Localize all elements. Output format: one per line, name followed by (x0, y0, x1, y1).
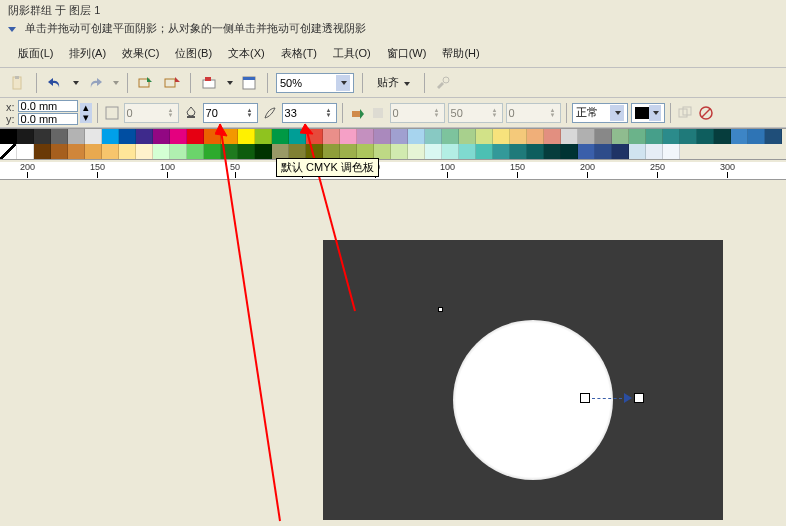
zoom-select[interactable]: 50% (276, 73, 354, 93)
color-swatch[interactable] (68, 144, 85, 159)
spinner-down-icon[interactable]: ▾ (80, 113, 92, 123)
color-swatch[interactable] (0, 129, 17, 144)
color-swatch[interactable] (527, 144, 544, 159)
app-launcher-dropdown[interactable] (227, 81, 233, 85)
color-swatch[interactable] (493, 129, 510, 144)
x-input[interactable]: 0.0 mm (18, 100, 78, 112)
mode-dropdown-icon[interactable] (610, 105, 624, 121)
color-swatch[interactable] (629, 144, 646, 159)
color-swatch[interactable] (561, 129, 578, 144)
color-swatch[interactable] (629, 129, 646, 144)
menu-effects[interactable]: 效果(C) (116, 44, 165, 63)
color-swatch[interactable] (102, 144, 119, 159)
color-swatch[interactable] (442, 129, 459, 144)
color-swatch[interactable] (68, 129, 85, 144)
undo-dropdown[interactable] (73, 81, 79, 85)
color-swatch[interactable] (51, 144, 68, 159)
color-swatch[interactable] (170, 129, 187, 144)
app-launcher-icon[interactable] (199, 73, 219, 93)
color-swatch[interactable] (391, 144, 408, 159)
color-swatch[interactable] (136, 144, 153, 159)
shadow-drag-handle[interactable] (580, 393, 644, 403)
menu-window[interactable]: 窗口(W) (381, 44, 433, 63)
color-swatch[interactable] (510, 144, 527, 159)
color-swatch[interactable] (544, 129, 561, 144)
color-swatch[interactable] (85, 144, 102, 159)
handle-start-icon[interactable] (580, 393, 590, 403)
color-swatch[interactable] (646, 144, 663, 159)
color-swatch[interactable] (425, 129, 442, 144)
canvas-artboard[interactable] (323, 240, 723, 520)
color-swatch[interactable] (595, 129, 612, 144)
color-swatch[interactable] (476, 129, 493, 144)
color-swatch[interactable] (187, 144, 204, 159)
y-input[interactable]: 0.0 mm (18, 113, 78, 125)
redo-dropdown[interactable] (113, 81, 119, 85)
menu-table[interactable]: 表格(T) (275, 44, 323, 63)
zoom-dropdown-icon[interactable] (336, 75, 350, 91)
color-swatch[interactable] (85, 129, 102, 144)
handle-end-icon[interactable] (634, 393, 644, 403)
color-swatch[interactable] (578, 144, 595, 159)
no-fill-swatch[interactable] (0, 144, 17, 159)
color-swatch[interactable] (34, 129, 51, 144)
color-swatch[interactable] (612, 144, 629, 159)
menu-bitmap[interactable]: 位图(B) (169, 44, 218, 63)
color-swatch[interactable] (578, 129, 595, 144)
color-swatch[interactable] (646, 129, 663, 144)
menu-help[interactable]: 帮助(H) (436, 44, 485, 63)
color-swatch[interactable] (476, 144, 493, 159)
preset-icon[interactable] (103, 103, 121, 123)
menu-layout[interactable]: 版面(L) (12, 44, 59, 63)
color-swatch[interactable] (425, 144, 442, 159)
color-swatch[interactable] (544, 144, 561, 159)
selection-handle[interactable] (438, 307, 443, 312)
merge-mode-select[interactable]: 正常 (572, 103, 628, 123)
color-swatch[interactable] (187, 129, 204, 144)
color-swatch[interactable] (663, 129, 680, 144)
color-swatch[interactable] (527, 129, 544, 144)
color-swatch[interactable] (170, 144, 187, 159)
angle-input[interactable]: 0 ▲▼ (124, 103, 179, 123)
color-swatch[interactable] (136, 129, 153, 144)
handle-arrow-icon[interactable] (624, 393, 632, 403)
import-icon[interactable] (136, 73, 156, 93)
color-swatch[interactable] (459, 144, 476, 159)
color-swatch[interactable] (510, 129, 527, 144)
color-swatch[interactable] (748, 129, 765, 144)
menu-text[interactable]: 文本(X) (222, 44, 271, 63)
color-swatch[interactable] (408, 144, 425, 159)
color-swatch[interactable] (34, 144, 51, 159)
export-icon[interactable] (162, 73, 182, 93)
color-swatch[interactable] (680, 129, 697, 144)
menu-tools[interactable]: 工具(O) (327, 44, 377, 63)
color-swatch[interactable] (153, 144, 170, 159)
color-swatch[interactable] (119, 144, 136, 159)
undo-button[interactable] (45, 73, 65, 93)
redo-button[interactable] (85, 73, 105, 93)
color-swatch[interactable] (119, 129, 136, 144)
color-swatch[interactable] (17, 129, 34, 144)
color-swatch[interactable] (493, 144, 510, 159)
color-swatch[interactable] (731, 129, 748, 144)
color-swatch[interactable] (408, 129, 425, 144)
menu-arrange[interactable]: 排列(A) (63, 44, 112, 63)
color-swatch[interactable] (459, 129, 476, 144)
color-swatch[interactable] (153, 129, 170, 144)
welcome-icon[interactable] (239, 73, 259, 93)
color-swatch[interactable] (442, 144, 459, 159)
color-dropdown-icon[interactable] (649, 105, 661, 121)
clear-shadow-icon[interactable] (697, 103, 715, 123)
color-swatch[interactable] (102, 129, 119, 144)
color-swatch[interactable] (51, 129, 68, 144)
color-swatch[interactable] (17, 144, 34, 159)
color-swatch[interactable] (663, 144, 680, 159)
color-swatch[interactable] (391, 129, 408, 144)
color-swatch[interactable] (765, 129, 782, 144)
color-swatch[interactable] (697, 129, 714, 144)
color-swatch[interactable] (714, 129, 731, 144)
color-swatch[interactable] (561, 144, 578, 159)
color-swatch[interactable] (612, 129, 629, 144)
color-select[interactable] (631, 103, 665, 123)
color-swatch[interactable] (595, 144, 612, 159)
